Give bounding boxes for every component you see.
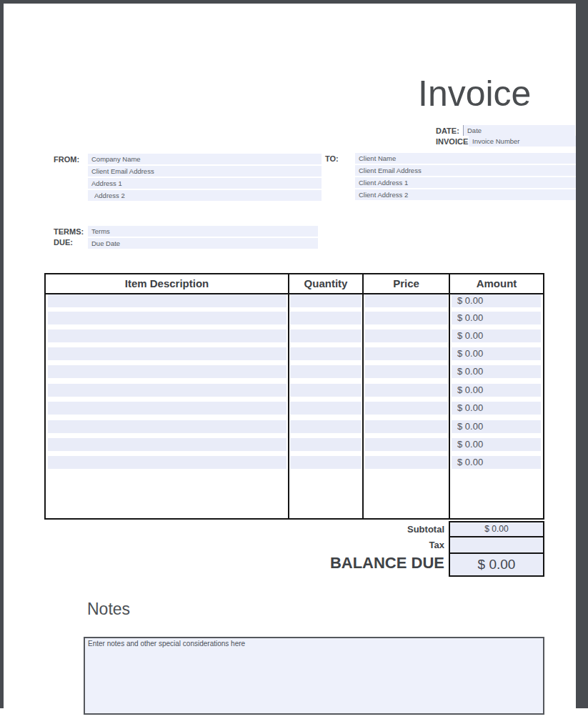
price-cell[interactable] (365, 456, 448, 469)
quantity-cell[interactable] (290, 420, 362, 433)
price-cell[interactable] (365, 312, 448, 324)
date-input[interactable] (463, 125, 575, 136)
due-label: DUE: (54, 238, 73, 247)
notes-heading: Notes (87, 600, 130, 619)
balance-due-label: BALANCE DUE (330, 554, 444, 572)
table-row: $ 0.00 (46, 312, 543, 324)
quantity-cell[interactable] (290, 402, 362, 415)
column-header-item-description: Item Description (46, 274, 288, 293)
item-description-cell[interactable] (48, 402, 286, 415)
price-cell[interactable] (365, 402, 448, 415)
to-client-address1-input[interactable] (355, 177, 576, 188)
from-address1-input[interactable] (88, 178, 322, 189)
table-row: $ 0.00 (46, 365, 543, 378)
subtotal-value: $ 0.00 (449, 521, 544, 537)
amount-cell[interactable]: $ 0.00 (452, 420, 541, 433)
from-address2-input[interactable] (88, 190, 322, 201)
price-cell[interactable] (365, 294, 448, 307)
viewer-frame-right (576, 0, 588, 708)
price-cell[interactable] (365, 384, 448, 397)
table-row: $ 0.00 (46, 384, 543, 397)
from-email-input[interactable] (88, 166, 322, 177)
item-description-cell[interactable] (48, 456, 286, 469)
from-label: FROM: (54, 155, 79, 164)
amount-cell[interactable]: $ 0.00 (452, 329, 541, 342)
amount-cell[interactable]: $ 0.00 (452, 456, 541, 469)
table-row: $ 0.00 (46, 329, 543, 342)
quantity-cell[interactable] (290, 312, 362, 324)
terms-input[interactable] (88, 226, 318, 237)
table-row: $ 0.00 (46, 294, 543, 307)
invoice-template-page: Invoice DATE: INVOICE FROM: TO: TERMS: D… (0, 0, 588, 719)
item-description-cell[interactable] (48, 384, 286, 397)
invoice-number-input[interactable] (469, 136, 576, 147)
item-description-cell[interactable] (48, 312, 286, 324)
amount-cell[interactable]: $ 0.00 (452, 365, 541, 378)
viewer-frame-left (0, 0, 4, 708)
to-client-name-input[interactable] (355, 153, 576, 164)
amount-cell[interactable]: $ 0.00 (452, 294, 541, 307)
amount-cell[interactable]: $ 0.00 (452, 384, 541, 397)
table-row: $ 0.00 (46, 402, 543, 415)
column-header-price: Price (364, 274, 449, 293)
item-description-cell[interactable] (48, 365, 286, 378)
item-description-cell[interactable] (48, 420, 286, 433)
terms-label: TERMS: (54, 227, 84, 236)
column-header-quantity: Quantity (289, 274, 362, 293)
amount-cell[interactable]: $ 0.00 (452, 347, 541, 360)
balance-due-value: $ 0.00 (449, 552, 544, 577)
price-cell[interactable] (365, 438, 448, 451)
amount-cell[interactable]: $ 0.00 (452, 438, 541, 451)
table-row: $ 0.00 (46, 420, 543, 433)
table-row: $ 0.00 (46, 347, 543, 360)
to-label: TO: (325, 154, 339, 163)
price-cell[interactable] (365, 365, 448, 378)
quantity-cell[interactable] (290, 365, 362, 378)
viewer-frame-top (0, 0, 588, 4)
page-title: Invoice (418, 74, 531, 114)
quantity-cell[interactable] (290, 329, 362, 342)
due-date-input[interactable] (88, 238, 318, 249)
quantity-cell[interactable] (290, 294, 362, 307)
amount-cell[interactable]: $ 0.00 (452, 402, 541, 415)
item-description-cell[interactable] (48, 329, 286, 342)
column-header-amount: Amount (450, 274, 543, 293)
quantity-cell[interactable] (290, 456, 362, 469)
item-description-cell[interactable] (48, 294, 286, 307)
quantity-cell[interactable] (290, 347, 362, 360)
amount-cell[interactable]: $ 0.00 (452, 312, 541, 324)
quantity-cell[interactable] (290, 438, 362, 451)
tax-label: Tax (429, 540, 444, 550)
price-cell[interactable] (365, 347, 448, 360)
item-description-cell[interactable] (48, 347, 286, 360)
price-cell[interactable] (365, 329, 448, 342)
subtotal-label: Subtotal (407, 524, 444, 535)
to-client-address2-input[interactable] (355, 189, 576, 200)
from-company-input[interactable] (88, 154, 322, 164)
invoice-number-label: INVOICE (436, 137, 468, 146)
quantity-cell[interactable] (290, 384, 362, 397)
table-row: $ 0.00 (46, 456, 543, 469)
table-row: $ 0.00 (46, 438, 543, 451)
to-client-email-input[interactable] (355, 165, 576, 176)
tax-value-field[interactable] (449, 536, 544, 554)
line-items-table: Item Description Quantity Price Amount $… (44, 273, 544, 520)
price-cell[interactable] (365, 420, 448, 433)
date-label: DATE: (436, 127, 459, 135)
notes-textarea[interactable] (84, 637, 544, 715)
item-description-cell[interactable] (48, 438, 286, 451)
